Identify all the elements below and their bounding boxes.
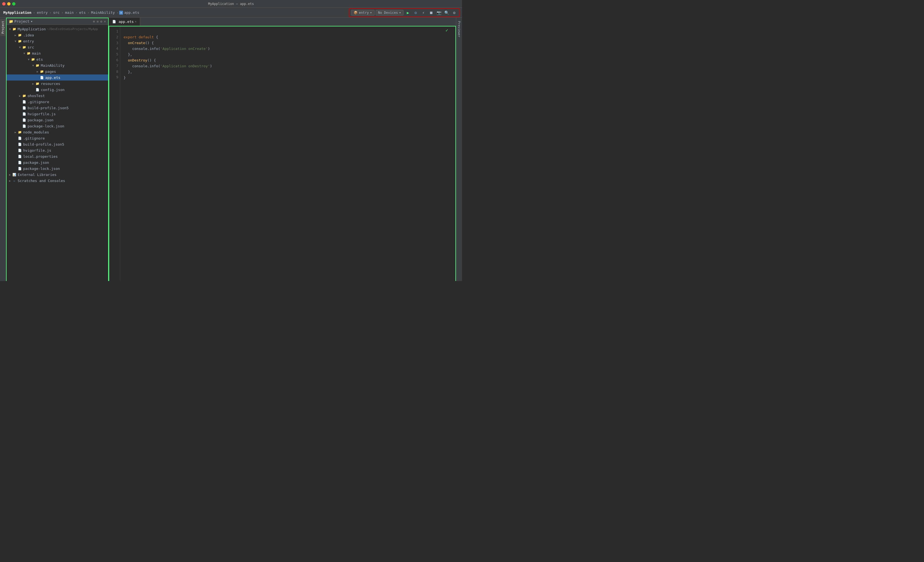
- entry-dropdown-icon: ▾: [370, 11, 372, 15]
- mainability-folder-icon: 📁: [35, 63, 40, 67]
- tab-label-appets: app.ets: [118, 19, 134, 24]
- tree-item-ohostest[interactable]: ▶ 📁 ohosTest: [7, 93, 108, 99]
- tree-item-nodemodules[interactable]: ▶ 📁 node_modules: [7, 129, 108, 135]
- right-sidebar: Previewer: [456, 18, 462, 281]
- tree-item-extlibs[interactable]: ▶ 📊 External Libraries: [7, 171, 108, 178]
- tree-label-configjson: config.json: [41, 88, 64, 92]
- gitignore2-icon: 📄: [18, 136, 22, 140]
- entry-folder-icon: 📁: [18, 39, 22, 43]
- tree-arrow-entry: ▼: [13, 40, 18, 43]
- tree-item-gitignore1[interactable]: 📄 .gitignore: [7, 99, 108, 105]
- tab-close-appets[interactable]: ×: [135, 20, 136, 23]
- no-devices-label: No Devices: [378, 11, 398, 15]
- project-panel-header: 📁 Project ▾ ⊕ ≡ ⚙ ×: [7, 18, 108, 25]
- idea-folder-icon: 📁: [18, 33, 22, 37]
- project-title: 📁 Project ▾: [9, 19, 33, 24]
- nav-item-mainability[interactable]: MainAbility: [90, 10, 116, 15]
- code-line-1: [124, 28, 452, 34]
- stop-button[interactable]: ⏹: [428, 9, 434, 16]
- project-collapse-icon[interactable]: ≡: [96, 19, 99, 24]
- tree-item-appets[interactable]: 📄 app.ets: [7, 75, 108, 81]
- hvigorfile1-icon: 📄: [22, 112, 27, 116]
- tree-item-packagejson2[interactable]: 📄 package.json: [7, 159, 108, 165]
- extlibs-icon: 📊: [12, 172, 16, 177]
- tree-item-ets[interactable]: ▼ 📁 ets: [7, 56, 108, 62]
- tree-label-buildprofile1: build-profile.json5: [28, 106, 69, 110]
- nav-item-src[interactable]: src: [52, 10, 61, 15]
- nav-item-entry[interactable]: entry: [36, 10, 49, 15]
- tree-item-resources[interactable]: ▶ 📁 resources: [7, 81, 108, 87]
- code-line-7: console.info('Application onDestroy'): [124, 63, 452, 69]
- gitignore1-icon: 📄: [22, 100, 27, 104]
- profile-button[interactable]: ⚡: [420, 9, 427, 16]
- tree-item-hvigorfile1[interactable]: 📄 hvigorfile.js: [7, 111, 108, 117]
- tree-item-configjson[interactable]: 📄 config.json: [7, 87, 108, 93]
- tree-arrow-idea: ▶: [13, 34, 18, 37]
- tree-item-packagejson1[interactable]: 📄 package.json: [7, 117, 108, 123]
- minimize-button[interactable]: [7, 2, 10, 6]
- run-button[interactable]: ▶: [405, 9, 411, 16]
- tree-item-pages[interactable]: ▶ 📁 pages: [7, 68, 108, 75]
- tree-label-packagejson1: package.json: [28, 118, 54, 122]
- nav-item-appets[interactable]: e app.ets: [119, 10, 139, 15]
- tree-item-idea[interactable]: ▶ 📁 .idea: [7, 32, 108, 38]
- tree-label-nodemodules: node_modules: [23, 130, 49, 134]
- nav-item-myapp[interactable]: MyApplication: [2, 10, 33, 15]
- tree-label-src: src: [28, 45, 34, 49]
- nav-item-ets[interactable]: ets: [78, 10, 87, 15]
- project-locate-icon[interactable]: ⊕: [93, 19, 95, 24]
- tree-item-packagelock2[interactable]: 📄 package-lock.json: [7, 165, 108, 171]
- tree-label-localprops: local.properties: [23, 154, 58, 159]
- editor-tab-appets[interactable]: 📄 app.ets ×: [109, 18, 140, 25]
- project-close-icon[interactable]: ×: [104, 19, 106, 24]
- left-side-tabs: Project: [0, 18, 6, 281]
- nav-item-main[interactable]: main: [64, 10, 75, 15]
- tree-item-gitignore2[interactable]: 📄 .gitignore: [7, 135, 108, 141]
- tree-item-myapp[interactable]: ▼ 📁 MyApplication ~/DevEcoStudioProjects…: [7, 26, 108, 32]
- previewer-tab[interactable]: Previewer: [456, 19, 462, 40]
- tree-item-hvigorfile2[interactable]: 📄 hvigorfile.js: [7, 147, 108, 153]
- tree-item-scratches[interactable]: ▶ ✏️ Scratches and Consoles: [7, 178, 108, 184]
- project-dropdown-icon: ▾: [31, 19, 33, 24]
- debug-button[interactable]: ⚙: [412, 9, 419, 16]
- project-actions: ⊕ ≡ ⚙ ×: [93, 19, 106, 24]
- scratches-icon: ✏️: [12, 179, 16, 183]
- tree-arrow-ohostest: ▶: [18, 94, 22, 97]
- tree-label-idea: .idea: [23, 33, 34, 37]
- tree-item-buildprofile2[interactable]: 📄 build-profile.json5: [7, 141, 108, 147]
- close-button[interactable]: [2, 2, 6, 6]
- packagelock1-icon: 📄: [22, 124, 27, 128]
- tree-item-localprops[interactable]: 📄 local.properties: [7, 153, 108, 159]
- tree-label-ohostest: ohosTest: [28, 94, 45, 98]
- project-label: Project: [14, 19, 30, 24]
- maximize-button[interactable]: [12, 2, 15, 6]
- appets-file-icon: 📄: [40, 76, 44, 79]
- no-devices-button[interactable]: No Devices ▾: [376, 10, 404, 15]
- editor-content[interactable]: 1 2 3 4 5 6 7 8 9 export default { onCre…: [109, 26, 456, 281]
- tree-item-src[interactable]: ▼ 📁 src: [7, 44, 108, 50]
- tree-item-packagelock1[interactable]: 📄 package-lock.json: [7, 123, 108, 129]
- tree-item-entry[interactable]: ▼ 📁 entry: [7, 38, 108, 44]
- code-line-5: },: [124, 52, 452, 58]
- tree-arrow-src: ▼: [18, 46, 22, 49]
- camera-button[interactable]: 📷: [435, 9, 442, 16]
- window-title: MyApplication – app.ets: [208, 2, 254, 6]
- search-toolbar-button[interactable]: 🔍: [443, 9, 450, 16]
- nav-file-label: app.ets: [124, 10, 139, 15]
- tree-item-mainability[interactable]: ▼ 📁 MainAbility: [7, 62, 108, 68]
- entry-label: entry: [359, 11, 369, 15]
- localprops-icon: 📄: [18, 154, 22, 158]
- sidebar-tab-project[interactable]: Project: [0, 19, 6, 36]
- tab-ets-icon: 📄: [112, 20, 116, 24]
- tree-item-main[interactable]: ▼ 📁 main: [7, 50, 108, 56]
- entry-button[interactable]: 📦 entry ▾: [351, 10, 374, 15]
- code-area[interactable]: export default { onCreate() { console.in…: [120, 27, 455, 281]
- packagejson1-icon: 📄: [22, 118, 27, 122]
- window-controls[interactable]: [2, 2, 15, 6]
- settings-toolbar-button[interactable]: ⚙: [451, 9, 458, 16]
- tree-item-buildprofile1[interactable]: 📄 build-profile.json5: [7, 105, 108, 111]
- project-gear-icon[interactable]: ⚙: [100, 19, 102, 24]
- buildprofile1-icon: 📄: [22, 106, 27, 110]
- tree-arrow-main: ▼: [22, 52, 27, 55]
- entry-icon: 📦: [354, 11, 358, 15]
